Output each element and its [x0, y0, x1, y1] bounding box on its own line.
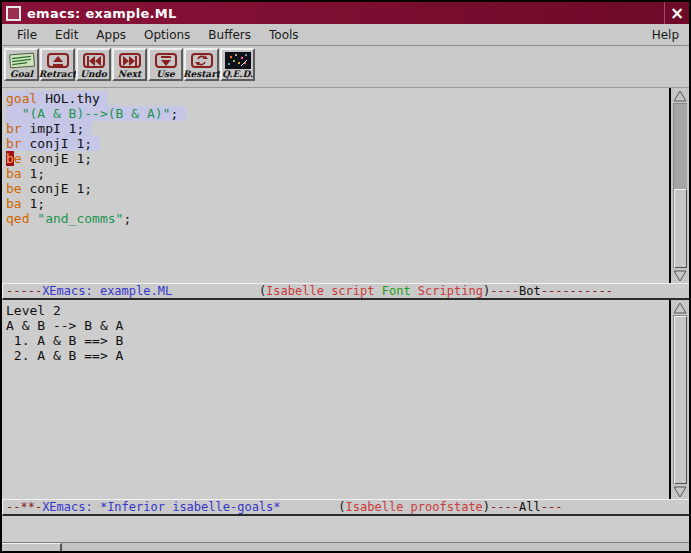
buffer-line: be conjE 1; [6, 181, 669, 196]
system-menu-icon[interactable] [6, 6, 21, 21]
text-segment: ( [338, 500, 345, 514]
text-segment: Bot [519, 284, 541, 298]
text-segment: --**- [6, 500, 42, 514]
goals-scrollbar [669, 300, 689, 499]
text-segment: ---- [490, 500, 519, 514]
horizontal-scrollbar-thumb[interactable] [2, 543, 62, 551]
horizontal-scrollbar [2, 542, 689, 551]
minibuffer-echo-area[interactable] [2, 516, 689, 542]
goal-scroll-icon [9, 51, 35, 70]
qed-button-label: Q.E.D. [222, 70, 253, 79]
text-segment [281, 500, 339, 514]
next-forward-icon [119, 53, 141, 68]
text-segment: Isabelle script [266, 284, 374, 298]
menu-item-file[interactable]: File [8, 26, 46, 44]
retract-eject-icon [47, 53, 69, 68]
buffer-line: br conjI 1; [6, 136, 669, 151]
goal-button-label: Goal [10, 70, 33, 79]
retract-button[interactable]: Retract [40, 48, 75, 81]
text-segment: All [519, 500, 541, 514]
text-segment: ; [123, 211, 131, 226]
text-segment: 2. A & B ==> A [6, 348, 123, 363]
scroll-down-arrow[interactable] [671, 484, 689, 499]
text-segment: qed [6, 211, 29, 226]
text-segment: be [6, 181, 22, 196]
scroll-up-arrow[interactable] [671, 88, 689, 103]
scroll-up-arrow[interactable] [671, 300, 689, 315]
buffer-line: be conjE 1; [6, 151, 669, 166]
text-segment: Isabelle proofstate [346, 500, 483, 514]
script-buffer-pane: goal HOL.thy "(A & B)-->(B & A)"; br imp… [2, 88, 689, 283]
text-segment: ) [483, 500, 490, 514]
undo-button-label: Undo [80, 70, 107, 79]
text-segment [374, 284, 381, 298]
close-button[interactable]: × [664, 2, 689, 24]
buffer-line: Level 2 [6, 303, 669, 318]
text-segment: goal [6, 91, 37, 106]
text-segment [6, 106, 22, 121]
text-segment: Level 2 [6, 303, 61, 318]
text-segment: ----- [6, 284, 42, 298]
restart-button[interactable]: Restart [184, 48, 219, 81]
text-segment: ba [6, 196, 22, 211]
text-segment: br [6, 136, 22, 151]
undo-rewind-icon [83, 53, 105, 68]
buffer-line: 2. A & B ==> A [6, 348, 669, 363]
next-button[interactable]: Next [112, 48, 147, 81]
goal-button[interactable]: Goal [4, 48, 39, 81]
use-insert-icon [155, 53, 177, 68]
use-button[interactable]: Use [148, 48, 183, 81]
text-segment: A & B --> B & A [6, 318, 123, 333]
menu-item-options[interactable]: Options [135, 26, 199, 44]
buffer-line: goal HOL.thy [6, 91, 669, 106]
text-segment [172, 284, 259, 298]
menu-bar: FileEditAppsOptionsBuffersTools Help [2, 24, 689, 46]
next-button-label: Next [118, 70, 141, 79]
menubar-items: FileEditAppsOptionsBuffersTools [8, 26, 648, 44]
text-segment: Scripting [418, 284, 483, 298]
text-segment: ---- [490, 284, 519, 298]
menu-item-edit[interactable]: Edit [46, 26, 87, 44]
scrollbar-trough[interactable] [673, 103, 687, 268]
text-segment: HOL.thy [37, 91, 107, 106]
text-segment: conjI 1; [22, 136, 100, 151]
close-icon: × [670, 3, 684, 23]
buffer-line: ba 1; [6, 166, 669, 181]
modeline-script-buffer: -----XEmacs: example.ML (Isabelle script… [2, 283, 689, 300]
script-scrollbar [669, 88, 689, 283]
menu-item-buffers[interactable]: Buffers [199, 26, 260, 44]
scrollbar-thumb[interactable] [674, 189, 687, 268]
restart-button-label: Restart [183, 70, 220, 79]
buffer-line: qed "and_comms"; [6, 211, 669, 226]
xemacs-window: emacs: example.ML × FileEditAppsOptionsB… [0, 0, 691, 553]
modeline-goals-buffer: --**-XEmacs: *Inferior isabelle-goals* (… [2, 499, 689, 516]
text-segment: ; [170, 106, 186, 121]
text-segment: "and_comms" [37, 211, 123, 226]
buffer-line: 1. A & B ==> B [6, 333, 669, 348]
menu-item-apps[interactable]: Apps [87, 26, 135, 44]
text-segment: br [6, 121, 22, 136]
text-segment: impI 1; [22, 121, 92, 136]
scrollbar-thumb[interactable] [674, 316, 687, 484]
text-segment: Font [382, 284, 411, 298]
text-segment: 1. A & B ==> B [6, 333, 123, 348]
text-segment: conjE 1; [22, 151, 92, 166]
scrollbar-trough[interactable] [673, 315, 687, 484]
text-segment [411, 284, 418, 298]
text-segment: "(A & B)-->(B & A)" [22, 106, 171, 121]
horizontal-scrollbar-trough[interactable] [62, 543, 689, 551]
qed-button[interactable]: Q.E.D. [220, 48, 255, 81]
use-button-label: Use [156, 70, 175, 79]
text-segment: --- [541, 500, 563, 514]
goals-buffer-text[interactable]: Level 2A & B --> B & A 1. A & B ==> B 2.… [2, 300, 669, 499]
goals-buffer-pane: Level 2A & B --> B & A 1. A & B ==> B 2.… [2, 300, 689, 499]
buffer-line: "(A & B)-->(B & A)"; [6, 106, 669, 121]
buffer-line: ba 1; [6, 196, 669, 211]
script-buffer-text[interactable]: goal HOL.thy "(A & B)-->(B & A)"; br imp… [2, 88, 669, 283]
menu-item-tools[interactable]: Tools [260, 26, 308, 44]
text-segment: e [14, 151, 22, 166]
undo-button[interactable]: Undo [76, 48, 111, 81]
title-bar[interactable]: emacs: example.ML × [2, 2, 689, 24]
menu-item-help[interactable]: Help [648, 26, 683, 44]
scroll-down-arrow[interactable] [671, 268, 689, 283]
